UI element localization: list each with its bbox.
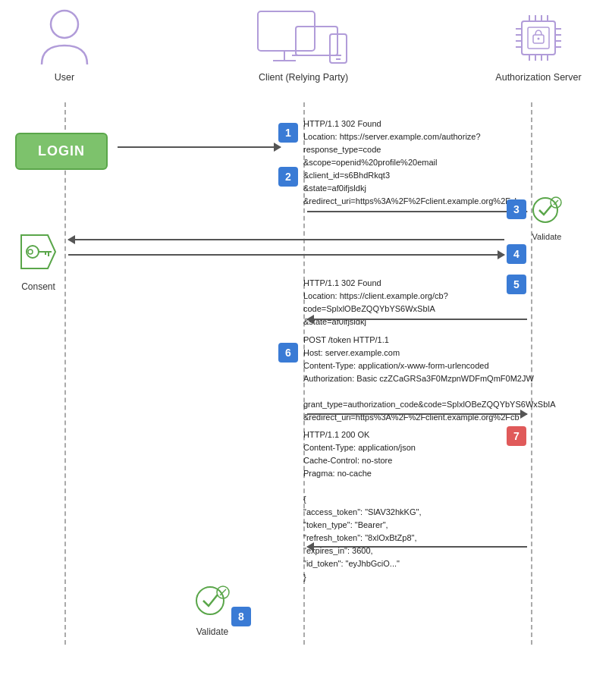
consent-label: Consent xyxy=(14,281,63,292)
user-label: User xyxy=(55,72,74,83)
svg-point-35 xyxy=(28,250,33,254)
svg-rect-1 xyxy=(258,11,315,51)
step-6-badge: 6 xyxy=(278,343,298,363)
validate-1-icon: Validate xyxy=(531,196,563,241)
arrow-login-to-client xyxy=(118,146,281,148)
step1-2-message: HTTP/1.1 302 Found Location: https://ser… xyxy=(303,118,569,208)
step-2-badge: 2 xyxy=(278,167,298,187)
consent-icon: Consent xyxy=(14,228,63,292)
actor-client: Client (Relying Party) xyxy=(239,8,368,83)
diagram-container: User Client (Relying Party) xyxy=(0,0,609,667)
consent-svg xyxy=(14,228,63,277)
vline-user xyxy=(64,102,66,645)
svg-point-0 xyxy=(51,11,78,38)
login-button[interactable]: LOGIN xyxy=(15,133,108,170)
step-8-badge: 8 xyxy=(231,607,251,626)
auth-server-label: Authorization Server xyxy=(495,72,581,83)
auth-server-icon xyxy=(508,8,569,68)
validate-1-label: Validate xyxy=(531,232,563,241)
svg-point-27 xyxy=(538,38,540,40)
arrow-consent-to-auth xyxy=(68,254,504,256)
validate-2-icon: Validate xyxy=(193,584,231,637)
step6-message: POST /token HTTP/1.1 Host: server.exampl… xyxy=(303,334,573,424)
arrow-auth-to-client-step7 xyxy=(307,546,527,548)
validate-icon-1 xyxy=(531,196,563,228)
arrow-auth-to-client-step5 xyxy=(307,319,527,320)
user-icon xyxy=(38,8,91,68)
step-1-badge: 1 xyxy=(278,123,298,143)
validate-icon-2 xyxy=(193,584,231,622)
actor-user: User xyxy=(19,8,110,83)
validate-2-label: Validate xyxy=(193,626,231,637)
step-3-badge: 3 xyxy=(507,199,526,219)
svg-point-36 xyxy=(196,587,224,614)
actor-auth-server: Authorization Server xyxy=(485,8,592,83)
step-5-badge: 5 xyxy=(507,275,526,294)
arrow-client-to-auth-step6 xyxy=(307,413,527,415)
client-icon xyxy=(254,8,353,68)
step7-message: HTTP/1.1 200 OK Content-Type: applicatio… xyxy=(303,428,538,584)
step-7-badge: 7 xyxy=(507,426,526,446)
step-4-badge: 4 xyxy=(507,244,526,264)
svg-point-28 xyxy=(533,198,557,222)
client-label: Client (Relying Party) xyxy=(259,72,348,83)
arrow-client-to-auth xyxy=(307,211,527,212)
arrow-auth-to-consent xyxy=(68,239,504,240)
